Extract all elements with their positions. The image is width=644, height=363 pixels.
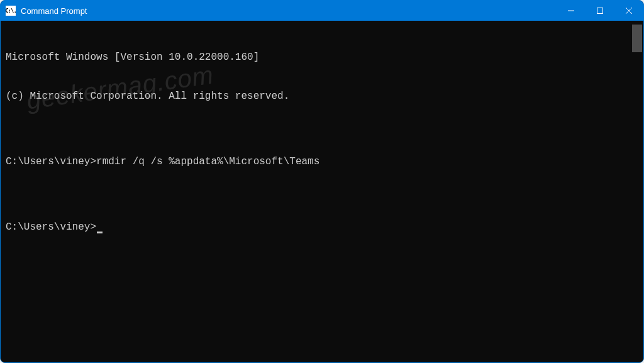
maximize-icon [597, 8, 603, 14]
svg-rect-1 [597, 8, 603, 14]
watermark-text: geekermag.com [25, 58, 216, 116]
terminal-line: Microsoft Windows [Version 10.0.22000.16… [6, 51, 638, 64]
minimize-button[interactable] [557, 1, 586, 21]
command-prompt-window: C:\. Command Prompt Microsoft Windows [V… [0, 0, 644, 363]
maximize-button[interactable] [586, 1, 614, 21]
window-controls [557, 1, 643, 21]
window-title: Command Prompt [21, 6, 87, 16]
cursor-icon [97, 232, 103, 233]
terminal-prompt: C:\Users\viney> [6, 221, 96, 233]
titlebar[interactable]: C:\. Command Prompt [1, 1, 643, 21]
terminal-prompt-line: C:\Users\viney> [6, 221, 638, 234]
vertical-scrollbar[interactable] [632, 25, 642, 52]
close-button[interactable] [614, 1, 643, 21]
close-icon [626, 8, 632, 14]
terminal-line: C:\Users\viney>rmdir /q /s %appdata%\Mic… [6, 155, 638, 169]
terminal-line: (c) Microsoft Corporation. All rights re… [6, 90, 638, 103]
command-prompt-icon: C:\. [6, 6, 16, 16]
minimize-icon [568, 8, 574, 14]
terminal-output[interactable]: Microsoft Windows [Version 10.0.22000.16… [1, 21, 643, 362]
